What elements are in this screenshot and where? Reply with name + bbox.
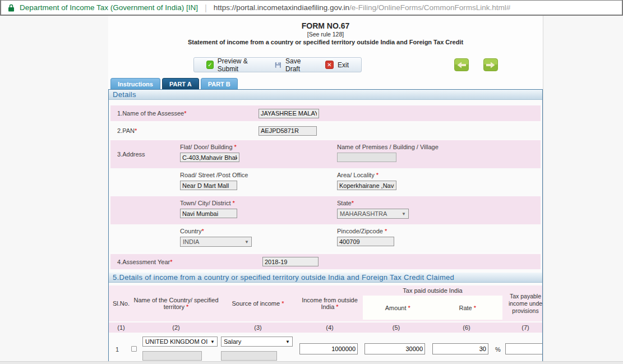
road-label: Road/ Street /Post Office [180,172,248,178]
tax-payable-input[interactable] [505,343,543,354]
assessment-year-label: 4.Assessment Year* [117,259,172,265]
field-row-flat-premises: 3.Address Flat/ Door/ Building * Name of… [110,140,541,168]
form-content-area: FORM NO.67 [See rule 128] Statement of i… [108,16,543,364]
area-label: Area/ Locality * [337,172,379,178]
col-header-slno: Sl.No. [109,285,133,321]
tab-instructions[interactable]: Instructions [110,78,160,89]
tab-part-a[interactable]: PART A [162,78,199,89]
country-extra-input [142,351,202,361]
form-title: FORM NO.67 [108,21,543,30]
url-path: /e-Filing/OnlineForms/CommonFormsLink.ht… [349,3,510,12]
horizontal-scrollbar[interactable] [0,361,623,364]
browser-address-bar[interactable]: Department of Income Tax (Government of … [0,0,623,16]
col-num-2: (2) [133,322,219,333]
fti-table: Sl.No. Name of the Country/ specified te… [109,285,543,363]
col-header-amount: Amount * [363,296,433,320]
lock-icon [8,4,15,12]
tax-amount-input[interactable] [364,343,425,354]
source-extra-input [221,351,277,361]
table-row: 1 UNITED KINGDOM OI ▼ Salary ▼ [109,334,543,363]
save-draft-label: Save Draft [285,57,312,73]
percent-label: % [495,346,501,353]
state-label: State* [337,200,354,206]
premises-label: Name of Premises / Building / Village [337,144,439,150]
name-input [259,109,319,118]
arrow-right-icon [486,62,495,68]
form-rule: [See rule 128] [108,31,543,38]
preview-submit-label: Preview & Submit [218,57,262,73]
form-tabs: Instructions PART A PART B [110,78,238,89]
flat-input [180,153,239,162]
row-amount-cell [362,334,430,363]
row-tax-payable-cell [503,334,543,363]
col-num-3: (3) [219,322,297,333]
save-draft-button[interactable]: Save Draft [268,58,319,72]
premises-input [337,153,396,162]
previous-page-button[interactable] [454,58,469,71]
col-num-1: (1) [109,322,133,333]
exit-button[interactable]: ✕ Exit [319,58,356,72]
details-section-header: Details [109,90,542,100]
tax-paid-group-label: Tax paid outside India [362,285,503,296]
url-text[interactable]: https://portal.incometaxindiaefiling.gov… [214,3,510,12]
col-num-6: (6) [430,322,503,333]
next-page-button[interactable] [483,58,498,71]
flat-label: Flat/ Door/ Building * [180,144,237,150]
col-header-income: Income from outside India * [297,285,362,321]
exit-label: Exit [338,61,349,69]
row-country-cell: UNITED KINGDOM OI ▼ [133,334,219,363]
row-slno-cell: 1 [109,334,133,363]
pan-label: 2.PAN* [117,127,137,134]
col-num-7: (7) [503,322,543,333]
name-label: 1.Name of the Assessee* [117,110,187,117]
chevron-down-icon: ▼ [244,239,249,245]
chevron-down-icon: ▼ [402,211,406,216]
field-row-town-state: Town/ City/ District * State* MAHARASHTR… [110,196,541,224]
source-of-income-select[interactable]: Salary ▼ [221,337,293,347]
field-row-road-area: Road/ Street /Post Office Area/ Locality… [110,168,541,196]
row-source-cell: Salary ▼ [219,334,297,363]
pincode-label: Pincode/Zipcode * [337,228,387,234]
arrow-left-icon [457,62,466,68]
col-header-country: Name of the Country/ specified territory… [133,285,219,321]
address-label: 3.Address [117,151,145,158]
field-row-assessment-year: 4.Assessment Year* [110,254,541,269]
col-num-4: (4) [297,322,362,333]
income-outside-india-input[interactable] [299,343,358,354]
col-group-tax-paid: Tax paid outside India Amount * Rate * [362,285,503,321]
tab-part-b[interactable]: PART B [201,78,238,89]
part-a-panel: Details 1.Name of the Assessee* 2.PAN* 3… [108,89,543,364]
site-identity: Department of Income Tax (Government of … [20,3,198,12]
table-header-row: Sl.No. Name of the Country/ specified te… [109,285,543,321]
check-icon: ✓ [206,61,214,69]
col-header-tax-payable: Tax payable income unde provisions [503,285,543,321]
tax-rate-input[interactable] [432,343,488,354]
country-territory-select[interactable]: UNITED KINGDOM OI ▼ [142,337,218,347]
road-input [180,181,237,190]
section5-header: 5.Details of income from a country or sp… [109,273,542,283]
chevron-down-icon: ▼ [210,339,215,344]
preview-submit-button[interactable]: ✓ Preview & Submit [200,58,268,72]
state-select: MAHARASHTRA ▼ [337,209,409,219]
col-header-source: Source of income * [219,285,297,321]
col-num-5: (5) [362,322,430,333]
chevron-down-icon: ▼ [285,339,290,344]
floppy-icon [275,61,281,69]
town-label: Town/ City/ District * [180,200,235,206]
field-row-pan: 2.PAN* [110,123,541,139]
address-separator: | [205,3,207,12]
col-header-rate: Rate * [433,296,503,320]
field-row-name: 1.Name of the Assessee* [110,105,541,121]
assessment-year-input [262,257,319,266]
column-number-row: (1) (2) (3) (4) (5) (6) (7) [109,322,543,333]
row-slno: 1 [116,346,119,353]
town-input [180,209,237,218]
row-income-cell [297,334,362,363]
pan-input [259,126,317,136]
country-label: Country* [180,228,204,234]
field-row-country-pincode: Country* INDIA ▼ Pincode/Zipcode * [110,224,541,252]
form-toolbar: ✓ Preview & Submit Save Draft ✕ Exit [193,57,362,72]
row-rate-cell: % [430,334,503,363]
pincode-input [337,237,394,246]
country-select: INDIA ▼ [180,237,252,247]
